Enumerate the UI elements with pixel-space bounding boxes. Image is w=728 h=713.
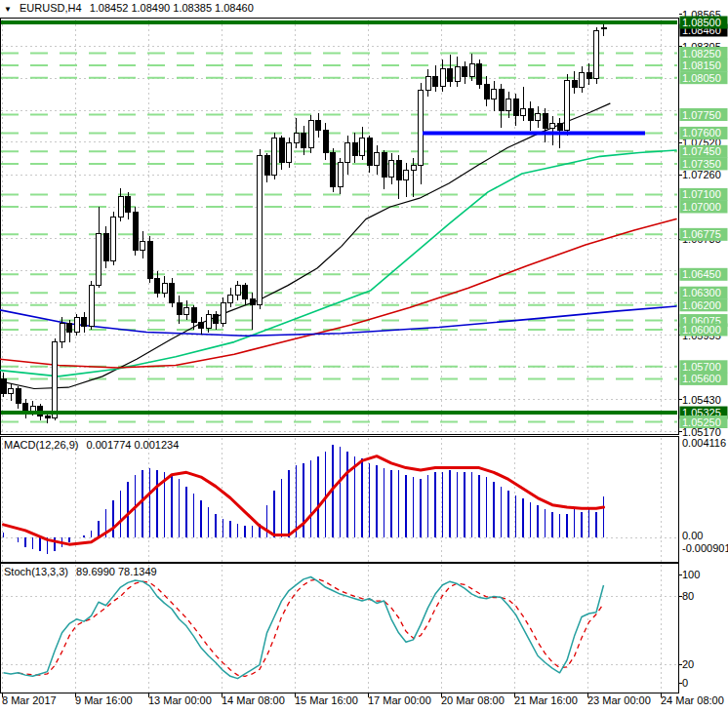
stoch-pane-area[interactable] [1,564,677,693]
macd-label: MACD(12,26,9) [4,439,78,451]
time-axis-scale[interactable] [0,693,678,713]
price-axis-scale[interactable] [679,14,728,696]
stoch-pane-title: Stoch(13,3,3) 89.6990 78.1349 [4,566,162,577]
stoch-values: 89.6990 78.1349 [76,566,157,577]
main-chart-area[interactable] [1,19,677,434]
symbol-dropdown-icon[interactable]: ▼ [4,5,12,14]
macd-pane-area[interactable] [1,437,677,562]
stoch-label: Stoch(13,3,3) [4,566,68,577]
ohlc-values: 1.08452 1.08490 1.08385 1.08460 [90,2,254,14]
macd-pane-title: MACD(12,26,9) 0.001774 0.001234 [4,439,183,451]
chart-window: 1.085651.083051.075201.072601.067351.059… [0,0,728,713]
macd-values: 0.001774 0.001234 [86,439,179,451]
main-pane-title: ▼ EURUSD,H4 1.08452 1.08490 1.08385 1.08… [4,2,259,14]
symbol-label: EURUSD,H4 [20,2,82,14]
chart-canvas: 1.085651.083051.075201.072601.067351.059… [0,0,728,713]
